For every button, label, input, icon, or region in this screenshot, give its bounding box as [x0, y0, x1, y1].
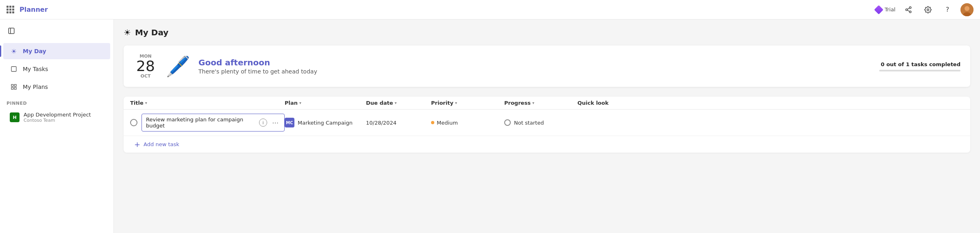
priority-sort-icon: ▾ — [455, 101, 457, 105]
col-header-priority[interactable]: Priority ▾ — [431, 100, 504, 106]
svg-point-2 — [909, 11, 911, 13]
task-table-header: Title ▾ Plan ▾ Due date ▾ Priority ▾ Pro… — [124, 97, 970, 110]
col-header-progress[interactable]: Progress ▾ — [504, 100, 577, 106]
sun-icon: ☀️ — [10, 47, 18, 55]
svg-line-3 — [907, 10, 909, 11]
greeting-emoji: 🖊️ — [166, 56, 190, 76]
task-complete-button[interactable] — [130, 119, 137, 126]
svg-rect-15 — [14, 87, 16, 89]
settings-icon[interactable] — [921, 3, 934, 16]
priority-dot — [431, 121, 434, 124]
svg-rect-14 — [11, 87, 13, 89]
col-header-due-date[interactable]: Due date ▾ — [366, 100, 431, 106]
task-title-cell: Review marketing plan for campaign budge… — [130, 114, 285, 132]
sidebar-item-my-day[interactable]: ☀️ My Day — [3, 43, 110, 59]
page-title: My Day — [135, 28, 168, 37]
svg-point-7 — [965, 6, 969, 11]
col-header-plan[interactable]: Plan ▾ — [285, 100, 366, 106]
task-title-text: Review marketing plan for campaign budge… — [146, 116, 256, 129]
date-block: MON 28 Oct — [133, 54, 158, 79]
add-icon: + — [134, 140, 140, 149]
task-table: Title ▾ Plan ▾ Due date ▾ Priority ▾ Pro… — [124, 97, 970, 153]
diamond-icon — [874, 5, 884, 14]
title-sort-icon: ▾ — [145, 101, 147, 105]
page-header: ☀️ My Day — [124, 28, 970, 37]
greeting-text: Good afternoon There's plenty of time to… — [198, 58, 871, 75]
progress-circle-icon — [504, 119, 511, 126]
tasks-icon — [10, 65, 18, 73]
sidebar-item-my-plans[interactable]: My Plans — [3, 79, 110, 95]
share-icon[interactable] — [902, 3, 915, 16]
add-task-button[interactable]: + Add new task — [124, 136, 970, 153]
progress-bar-background — [879, 70, 960, 71]
sidebar: ☀️ My Day My Tasks My Plans Pinned H App… — [0, 0, 114, 233]
due-date-sort-icon: ▾ — [395, 101, 397, 105]
task-due-date: 10/28/2024 — [366, 120, 431, 126]
task-progress-text: Not started — [514, 120, 544, 126]
greeting-subtext: There's plenty of time to get ahead toda… — [198, 68, 871, 75]
top-bar: Planner Trial ? — [0, 0, 980, 19]
greeting-title: Good afternoon — [198, 58, 871, 67]
plan-icon-app-dev: H — [10, 112, 20, 122]
sidebar-collapse-button[interactable] — [3, 23, 20, 39]
avatar[interactable] — [960, 3, 973, 16]
svg-line-4 — [907, 8, 909, 9]
task-plan-icon: MC — [285, 118, 294, 127]
task-plan-cell: MC Marketing Campaign — [285, 118, 366, 127]
table-row: Review marketing plan for campaign budge… — [124, 110, 970, 136]
task-info-button[interactable]: i — [259, 119, 267, 127]
trial-label: Trial — [884, 6, 895, 13]
progress-sort-icon: ▾ — [532, 101, 534, 105]
app-title[interactable]: Planner — [20, 6, 48, 13]
svg-rect-12 — [11, 84, 13, 86]
sidebar-item-my-plans-label: My Plans — [23, 84, 48, 90]
greeting-card: MON 28 Oct 🖊️ Good afternoon There's ple… — [124, 45, 970, 87]
plan-info-app-dev: App Development Project Contoso Team — [24, 112, 91, 123]
apps-grid-icon[interactable] — [7, 6, 15, 14]
pinned-section-label: Pinned — [0, 96, 113, 108]
svg-rect-11 — [11, 67, 16, 71]
task-priority-cell: Medium — [431, 120, 504, 126]
sidebar-item-my-day-label: My Day — [23, 48, 46, 54]
pinned-plan-app-dev[interactable]: H App Development Project Contoso Team — [3, 108, 110, 126]
tasks-summary: 0 out of 1 tasks completed — [879, 61, 960, 71]
trial-badge[interactable]: Trial — [875, 6, 895, 13]
svg-point-5 — [927, 9, 929, 11]
date-number: 28 — [133, 59, 158, 73]
main-content: ☀️ My Day MON 28 Oct 🖊️ Good afternoon T… — [114, 19, 980, 233]
top-bar-right: Trial ? — [875, 3, 973, 16]
plan-team-app-dev: Contoso Team — [24, 118, 91, 123]
svg-point-0 — [909, 6, 911, 9]
sidebar-item-my-tasks[interactable]: My Tasks — [3, 61, 110, 77]
top-bar-left: Planner — [7, 6, 48, 14]
svg-rect-9 — [9, 28, 14, 34]
plans-icon — [10, 83, 18, 91]
task-progress-cell: Not started — [504, 119, 577, 126]
col-header-title[interactable]: Title ▾ — [130, 100, 285, 106]
task-more-button[interactable]: ⋯ — [270, 118, 280, 127]
task-title-box[interactable]: Review marketing plan for campaign budge… — [142, 114, 285, 132]
sidebar-item-my-tasks-label: My Tasks — [23, 66, 48, 72]
task-priority-text: Medium — [437, 120, 458, 126]
page-sun-icon: ☀️ — [124, 28, 131, 37]
task-plan-name: Marketing Campaign — [298, 120, 353, 126]
plan-name-app-dev: App Development Project — [24, 112, 91, 118]
svg-rect-13 — [14, 84, 16, 86]
plan-sort-icon: ▾ — [299, 101, 301, 105]
svg-point-1 — [906, 9, 908, 11]
help-icon[interactable]: ? — [941, 3, 954, 16]
col-header-quick-look: Quick look — [577, 100, 626, 106]
tasks-count-text: 0 out of 1 tasks completed — [879, 61, 960, 67]
add-task-label: Add new task — [144, 141, 179, 147]
